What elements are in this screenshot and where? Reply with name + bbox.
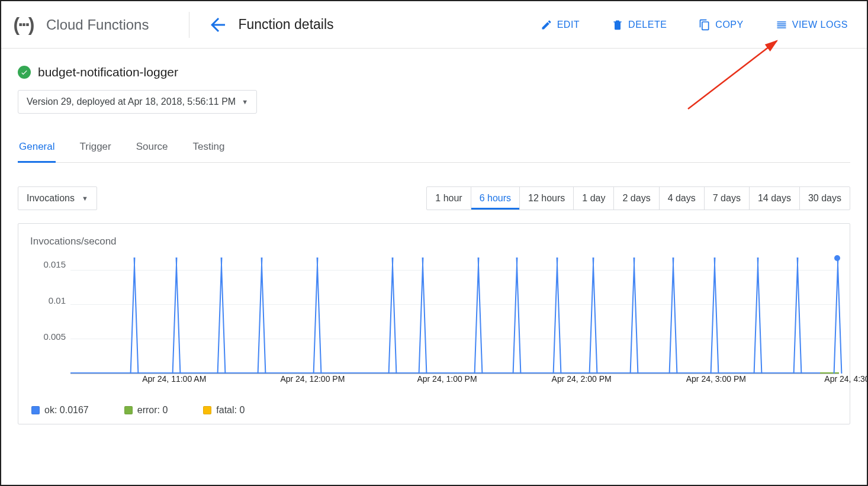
invocation-spike <box>835 258 840 374</box>
chart-legend: ok: 0.0167 error: 0 fatal: 0 <box>31 405 839 416</box>
x-tick: Apr 24, 2:00 PM <box>552 374 612 384</box>
tab-testing[interactable]: Testing <box>192 135 226 162</box>
trash-icon <box>612 19 623 31</box>
legend-ok: ok: 0.0167 <box>31 405 89 416</box>
metric-selector[interactable]: Invocations ▼ <box>18 186 97 210</box>
back-button[interactable] <box>207 14 229 36</box>
function-name: budget-notification-logger <box>38 65 178 79</box>
swatch-error <box>124 406 133 414</box>
legend-error: error: 0 <box>124 405 168 416</box>
y-tick: 0.015 <box>43 259 66 269</box>
page-title: Function details <box>238 17 333 33</box>
invocation-spike <box>671 258 676 374</box>
range-1-day[interactable]: 1 day <box>573 187 613 210</box>
content: budget-notification-logger Version 29, d… <box>1 49 867 424</box>
status-ok-icon <box>18 66 31 79</box>
invocation-spike <box>476 258 481 374</box>
invocation-spike <box>259 258 264 374</box>
invocation-spike <box>632 258 636 374</box>
legend-fatal-label: fatal: 0 <box>216 405 245 416</box>
tab-trigger[interactable]: Trigger <box>78 135 112 162</box>
delete-label: DELETE <box>628 20 667 30</box>
legend-ok-label: ok: 0.0167 <box>44 405 89 416</box>
invocation-spike <box>219 258 224 374</box>
chart-title: Invocations/second <box>30 236 839 247</box>
range-6-hours[interactable]: 6 hours <box>471 187 519 210</box>
edit-label: EDIT <box>557 20 580 30</box>
copy-label: COPY <box>715 20 743 30</box>
y-axis: 0.015 0.01 0.005 0 <box>29 256 70 374</box>
version-selector[interactable]: Version 29, deployed at Apr 18, 2018, 5:… <box>18 90 257 114</box>
range-12-hours[interactable]: 12 hours <box>519 187 573 210</box>
header: (···) Cloud Functions Function details E… <box>1 1 867 49</box>
tab-general[interactable]: General <box>18 135 56 163</box>
tabs: General Trigger Source Testing <box>18 135 850 163</box>
view-logs-button[interactable]: VIEW LOGS <box>767 14 856 36</box>
chart-plot[interactable] <box>70 256 839 374</box>
product-title: Cloud Functions <box>46 17 149 33</box>
range-30-days[interactable]: 30 days <box>799 187 850 210</box>
copy-button[interactable]: COPY <box>690 14 751 36</box>
latest-point-marker <box>834 255 840 261</box>
range-7-days[interactable]: 7 days <box>704 187 749 210</box>
invocation-spike <box>756 258 760 374</box>
caret-down-icon: ▼ <box>242 98 248 105</box>
tab-source[interactable]: Source <box>135 135 169 162</box>
invocation-spike <box>174 258 179 374</box>
range-1-hour[interactable]: 1 hour <box>427 187 470 210</box>
invocation-spike <box>132 258 137 374</box>
range-14-days[interactable]: 14 days <box>749 187 799 210</box>
version-label: Version 29, deployed at Apr 18, 2018, 5:… <box>27 96 236 107</box>
function-header: budget-notification-logger <box>18 65 850 79</box>
range-2-days[interactable]: 2 days <box>613 187 658 210</box>
y-tick: 0.01 <box>49 295 66 305</box>
delete-button[interactable]: DELETE <box>603 14 675 36</box>
cloud-functions-icon: (···) <box>12 14 34 36</box>
x-tick: Apr 24, 1:00 PM <box>417 374 477 384</box>
pencil-icon <box>541 19 552 31</box>
invocation-spike <box>515 258 519 374</box>
copy-icon <box>699 19 711 31</box>
view-logs-label: VIEW LOGS <box>792 20 848 30</box>
x-tick: Apr 24, 11:00 AM <box>142 374 206 384</box>
chart-body: 0.015 0.01 0.005 0 <box>29 256 839 374</box>
divider <box>189 12 189 38</box>
invocation-spike <box>555 258 560 374</box>
range-4-days[interactable]: 4 days <box>659 187 704 210</box>
time-range-group: 1 hour 6 hours 12 hours 1 day 2 days 4 d… <box>426 186 850 210</box>
invocation-spike <box>420 258 425 374</box>
x-tick: Apr 24, 3:00 PM <box>686 374 746 384</box>
arrow-left-icon <box>207 14 229 36</box>
x-tick: Apr 24, 12:00 PM <box>280 374 345 384</box>
legend-fatal: fatal: 0 <box>203 405 245 416</box>
swatch-fatal <box>203 406 211 414</box>
swatch-ok <box>31 406 40 414</box>
logs-icon <box>776 19 787 31</box>
legend-error-label: error: 0 <box>137 405 168 416</box>
chart-card: Invocations/second 0.015 0.01 0.005 0 Ap <box>18 223 850 424</box>
invocation-spike <box>591 258 596 374</box>
invocation-spike <box>390 258 395 374</box>
y-tick: 0.005 <box>43 331 66 342</box>
edit-button[interactable]: EDIT <box>532 14 588 36</box>
x-tick: Apr 24, 4:30 PM <box>824 374 868 384</box>
invocation-spike <box>795 258 800 374</box>
caret-down-icon: ▼ <box>82 195 88 202</box>
x-axis: Apr 24, 11:00 AMApr 24, 12:00 PMApr 24, … <box>70 374 839 387</box>
invocation-spike <box>712 258 717 374</box>
metric-selector-label: Invocations <box>27 193 75 204</box>
metrics-controls: Invocations ▼ 1 hour 6 hours 12 hours 1 … <box>18 186 850 210</box>
invocation-spike <box>315 258 320 374</box>
